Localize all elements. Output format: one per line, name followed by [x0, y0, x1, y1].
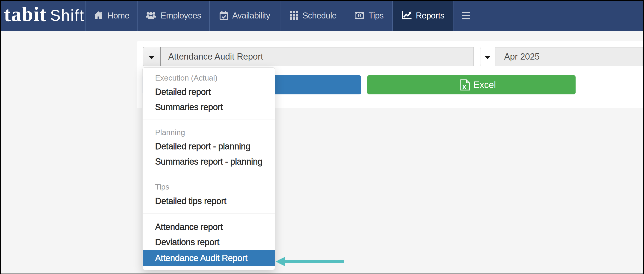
svg-text:x: x	[462, 83, 466, 90]
svg-text:1: 1	[359, 13, 360, 17]
